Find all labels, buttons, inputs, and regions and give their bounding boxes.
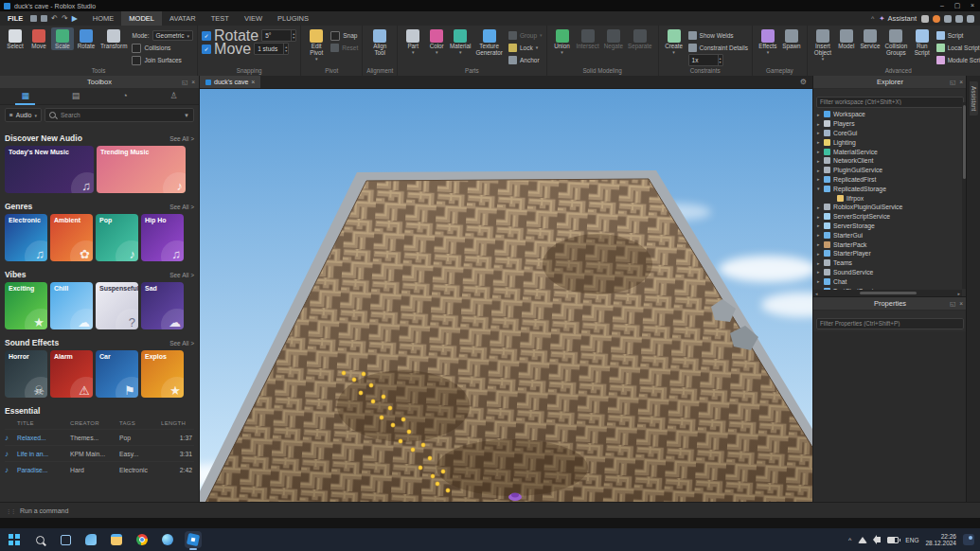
tree-expand-arrow[interactable]: ▸	[817, 168, 824, 173]
menubar-icon[interactable]	[944, 15, 952, 23]
ribbon-tab[interactable]: AVATAR	[162, 11, 204, 26]
ribbon-tool-button[interactable]: Move	[27, 27, 50, 50]
play-icon[interactable]: ▶	[72, 14, 78, 23]
ribbon-mini-button[interactable]: Lock ▾	[508, 43, 543, 53]
explorer-tree-item[interactable]: ▸ Chat	[813, 276, 967, 286]
tree-expand-arrow[interactable]: ▾	[817, 186, 824, 191]
minimize-button[interactable]: –	[935, 0, 950, 11]
script-button[interactable]: Script	[936, 30, 980, 41]
tree-expand-arrow[interactable]: ▸	[817, 121, 824, 127]
audio-table-row[interactable]: ♪ Relaxed... Themes... Pop 1:37	[5, 429, 194, 445]
taskbar-app-icon[interactable]	[108, 531, 125, 548]
sfx-card[interactable]: Explos ★	[141, 350, 184, 398]
taskbar-app-icon[interactable]	[57, 531, 74, 548]
tree-expand-arrow[interactable]: ▸	[817, 232, 824, 238]
ribbon-part-button[interactable]: Part ▾	[401, 27, 424, 57]
see-all-link[interactable]: See All >	[169, 340, 194, 347]
explorer-tree-item[interactable]: ▸ Workspace	[813, 110, 967, 119]
tree-expand-arrow[interactable]: ▸	[817, 251, 824, 257]
popout-icon[interactable]: ◱	[950, 300, 955, 308]
ribbon-part-button[interactable]: Material ▾	[449, 27, 472, 57]
move-snap-checkbox[interactable]: ✓	[202, 44, 211, 54]
clock[interactable]: 22:26 28.12.2024	[925, 533, 956, 547]
join-surfaces-toggle[interactable]: Join Surfaces	[132, 55, 193, 65]
explorer-tree-item[interactable]: ▸ ReplicatedFirst	[813, 175, 967, 185]
explorer-tree-item[interactable]: ▸ StarterPlayer	[813, 249, 967, 258]
close-panel-icon[interactable]: ×	[191, 79, 195, 86]
close-button[interactable]: ×	[965, 0, 980, 11]
solid-modeling-button[interactable]: Negate ▾	[602, 27, 625, 55]
collapse-ribbon-icon[interactable]: ^	[871, 15, 874, 22]
advanced-button[interactable]: Insert Object ▾	[811, 27, 834, 62]
pivot-snap-toggle[interactable]: Snap	[330, 30, 358, 41]
sfx-card[interactable]: Car ⚑	[96, 350, 138, 398]
ribbon-tool-button[interactable]: Transform	[98, 27, 129, 50]
advanced-button[interactable]: Collision Groups ▾	[882, 27, 910, 62]
network-icon[interactable]	[858, 537, 867, 543]
audio-card[interactable]: Today's New Music ♫	[5, 146, 94, 193]
sfx-card[interactable]: Horror ☠	[5, 350, 47, 398]
close-tab-icon[interactable]: ×	[251, 79, 255, 85]
open-icon[interactable]	[41, 15, 47, 22]
collapsed-panel-tab[interactable]: Assistant	[970, 81, 978, 116]
see-all-link[interactable]: See All >	[169, 204, 194, 210]
ribbon-tab[interactable]: PLUGINS	[270, 11, 316, 26]
solid-modeling-button[interactable]: Intersect ▾	[575, 27, 601, 55]
tree-expand-arrow[interactable]: ▸	[817, 214, 824, 220]
tree-expand-arrow[interactable]: ▸	[817, 139, 824, 145]
edit-pivot-button[interactable]: Edit Pivot ▾	[305, 27, 328, 62]
search-input[interactable]	[59, 111, 181, 119]
explorer-tree-item[interactable]: ▸ Teams	[813, 258, 967, 268]
viewport-3d-scene[interactable]	[200, 89, 812, 503]
gameplay-button[interactable]: Effects ▾	[757, 27, 779, 55]
ribbon-tab[interactable]: VIEW	[237, 11, 270, 26]
ribbon-tab[interactable]: HOME	[85, 11, 122, 26]
place-tab[interactable]: duck's cave ×	[200, 76, 260, 88]
language-indicator[interactable]: ENG	[905, 537, 918, 543]
vibe-card[interactable]: Chill ☁	[50, 282, 93, 329]
menubar-icon[interactable]	[967, 15, 974, 23]
create-constraint-button[interactable]: Create ▾	[663, 27, 686, 55]
pivot-reset-button[interactable]: Reset	[330, 43, 358, 53]
rotate-snap[interactable]: ✓ Rotate 5° ▴▾	[202, 30, 296, 41]
explorer-tree-item[interactable]: ▸ NetworkClient	[813, 156, 967, 166]
solid-modeling-button[interactable]: Separate ▾	[626, 27, 654, 55]
explorer-tree-item[interactable]: ▸ MaterialService	[813, 147, 967, 156]
constraint-scale-stepper[interactable]: 1x ▴▾	[688, 54, 723, 66]
mode-selector[interactable]: Mode: Geometric▾	[132, 30, 193, 41]
taskbar-app-icon[interactable]	[82, 531, 99, 548]
audio-table-row[interactable]: ♪ Paradise... Hard Electronic 2:42	[5, 461, 194, 477]
ribbon-mini-button[interactable]: Group ▾	[508, 30, 543, 41]
ribbon-tab[interactable]: MODEL	[121, 11, 162, 26]
tree-expand-arrow[interactable]: ▸	[817, 149, 824, 154]
genre-card[interactable]: Pop ♪	[96, 214, 138, 261]
taskbar-app-icon[interactable]	[185, 531, 202, 548]
ribbon-tool-button[interactable]: Rotate	[75, 27, 98, 50]
menubar-icon[interactable]	[921, 15, 929, 23]
tree-expand-arrow[interactable]: ▸	[817, 204, 824, 210]
taskbar-app-icon[interactable]	[159, 531, 176, 548]
explorer-tree-item[interactable]: ▸ PluginGuiService	[813, 166, 967, 175]
collisions-toggle[interactable]: Collisions	[132, 43, 193, 53]
script-button[interactable]: Local Script	[936, 43, 980, 53]
explorer-tree-item[interactable]: ▸ CoreGui	[813, 129, 967, 138]
vibe-card[interactable]: Suspenseful ?	[96, 282, 138, 329]
ribbon-part-button[interactable]: Texture Generator ▾	[472, 27, 506, 57]
maximize-button[interactable]: ▢	[950, 0, 965, 11]
explorer-tree-item[interactable]: ▸ Lighting	[813, 137, 967, 147]
join-surfaces-checkbox[interactable]	[132, 56, 141, 65]
tree-expand-arrow[interactable]: ▸	[817, 222, 824, 228]
taskbar-app-icon[interactable]	[134, 531, 151, 548]
command-bar[interactable]: Run a command	[20, 507, 68, 514]
move-snap[interactable]: ✓ Move 1 studs ▴▾	[202, 44, 289, 54]
tree-expand-arrow[interactable]: ▸	[817, 241, 824, 247]
advanced-button[interactable]: Service ▾	[859, 27, 882, 62]
constraint-details-toggle[interactable]: Constraint Details	[688, 43, 748, 53]
tab-inventory-icon[interactable]: ▤	[66, 88, 86, 105]
scroll-right-icon[interactable]: ▸	[957, 291, 960, 296]
tree-expand-arrow[interactable]: ▸	[817, 260, 824, 266]
undo-icon[interactable]: ↶	[51, 14, 58, 23]
ribbon-tab[interactable]: TEST	[204, 11, 237, 26]
audio-card[interactable]: Trending Music ♪	[97, 146, 186, 193]
audio-table-row[interactable]: ♪ Life in an... KPM Main... Easy... 3:31	[5, 445, 194, 461]
